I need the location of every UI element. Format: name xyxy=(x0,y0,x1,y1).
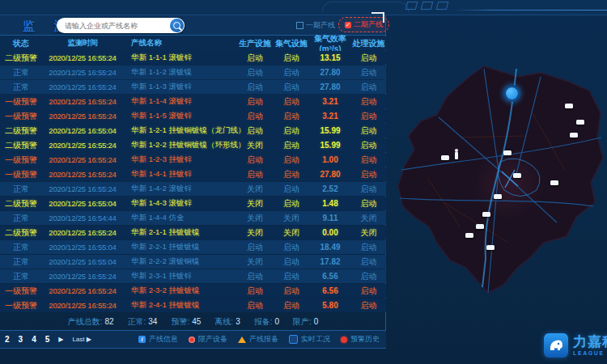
search-icon xyxy=(173,22,180,29)
map-site-pin[interactable] xyxy=(465,233,473,238)
treat-cell: 启动 xyxy=(351,256,386,268)
time-cell: 2020/12/25 16:54:44 xyxy=(42,214,123,222)
stat-label: 产线总数: xyxy=(68,317,103,326)
map-site-pin[interactable] xyxy=(441,155,449,160)
stat-item: 离线:3 xyxy=(214,316,240,328)
company-logo: 力嘉科技 LEAGUE TECH xyxy=(544,333,607,358)
table-row[interactable]: 一级预警2020/12/25 16:55:24华新 1-1-4 滚镀锌启动启动3… xyxy=(0,95,386,108)
table-row[interactable]: 二级预警2020/12/25 16:55:04华新 1-2-1 挂镀铜镀镍（龙门… xyxy=(0,124,386,138)
map-person-pin[interactable] xyxy=(455,152,458,159)
prod-cell: 启动 xyxy=(236,271,274,282)
gas-cell: 启动 xyxy=(274,300,309,311)
table-row[interactable]: 正常2020/12/25 16:55:04华新 2-2-2 滚镀铜镍关闭启动17… xyxy=(0,255,386,269)
table-row[interactable]: 一级预警2020/12/25 16:55:24华新 2-4-1 挂镀镀镍启动启动… xyxy=(0,298,386,312)
table-row[interactable]: 二级预警2020/12/25 16:55:24华新 2-1-1 挂镀镀镍关闭关闭… xyxy=(0,226,386,239)
legend-item[interactable]: 实时工况 xyxy=(289,334,330,345)
table-row[interactable]: 正常2020/12/25 16:54:44华新 1-4-4 仿金关闭关闭9.11… xyxy=(0,211,386,225)
table-row[interactable]: 一级预警2020/12/25 16:55:24华新 1-4-1 挂镀锌启动启动2… xyxy=(0,167,386,181)
eff-cell: 27.80 xyxy=(309,170,351,179)
legend-item[interactable]: 预警历史 xyxy=(341,334,380,345)
alarm-history-icon xyxy=(341,336,347,343)
legend-label: 实时工况 xyxy=(301,334,330,345)
logo-subtitle: LEAGUE TECH xyxy=(573,350,607,356)
map-site-pin[interactable] xyxy=(576,120,584,125)
gas-cell: 启动 xyxy=(274,198,309,210)
table-row[interactable]: 一级预警2020/12/25 16:55:24华新 2-3-2 挂镀镀镍启动启动… xyxy=(0,284,386,298)
prod-cell: 关闭 xyxy=(236,213,274,224)
page-button[interactable]: 3 xyxy=(19,335,23,344)
table-row[interactable]: 二级预警2020/12/25 16:55:24华新 1-1-1 滚镀锌启动启动1… xyxy=(0,51,386,65)
page-button[interactable]: 2 xyxy=(5,335,10,344)
stat-label: 预警: xyxy=(171,317,189,326)
map-site-pin[interactable] xyxy=(482,212,490,217)
table-row[interactable]: 正常2020/12/25 16:55:24华新 2-3-1 挂镀锌启动启动6.5… xyxy=(0,269,386,283)
search-input[interactable] xyxy=(63,19,168,33)
treat-cell: 启动 xyxy=(351,300,386,311)
map-site-pin[interactable] xyxy=(494,194,502,199)
stat-item: 报备:0 xyxy=(254,316,279,328)
status-cell: 正常 xyxy=(0,271,42,282)
gas-cell: 启动 xyxy=(274,96,309,108)
table-row[interactable]: 正常2020/12/25 16:55:24华新 1-4-2 滚镀锌关闭启动2.5… xyxy=(0,182,386,196)
district-map[interactable] xyxy=(387,40,607,332)
prod-cell: 启动 xyxy=(236,242,274,253)
map-legend: 产线信息限产设备产线报备实时工况预警历史 xyxy=(138,334,380,345)
column-header: 生产设施 xyxy=(236,38,274,49)
legend-item[interactable]: 限产设备 xyxy=(189,334,227,345)
gas-cell: 启动 xyxy=(274,140,309,151)
legend-item[interactable]: 产线信息 xyxy=(138,334,178,345)
map-site-pin[interactable] xyxy=(570,133,578,138)
realtime-status-icon xyxy=(289,335,298,344)
status-cell: 二级预警 xyxy=(0,53,42,64)
eff-cell: 13.15 xyxy=(309,53,351,62)
stat-label: 正常: xyxy=(128,317,146,326)
top-arc-decoration xyxy=(322,2,409,12)
stat-item: 限产:0 xyxy=(293,316,318,328)
checkbox-checked-icon xyxy=(345,22,351,28)
table-row[interactable]: 二级预警2020/12/25 16:55:04华新 1-4-3 滚镀锌关闭启动1… xyxy=(0,197,386,210)
search-button[interactable] xyxy=(170,19,184,32)
next-page-button[interactable]: ▶ xyxy=(58,336,63,343)
limit-device-icon xyxy=(189,336,195,343)
eff-cell: 15.99 xyxy=(309,141,351,150)
map-site-pin[interactable] xyxy=(550,180,558,185)
eff-cell: 2.52 xyxy=(309,184,351,193)
top-decoration-bar xyxy=(0,0,607,15)
column-header: 处理设施 xyxy=(351,38,386,49)
pagination: 2345▶Last ▶ xyxy=(5,335,91,344)
status-cell: 一级预警 xyxy=(0,96,42,108)
time-cell: 2020/12/25 16:55:24 xyxy=(42,97,123,106)
map-site-pin[interactable] xyxy=(476,224,484,229)
map-canvas xyxy=(387,40,607,332)
line-cell: 华新 2-2-1 挂镀镀镍 xyxy=(123,242,236,252)
time-cell: 2020/12/25 16:55:24 xyxy=(42,112,123,121)
status-cell: 二级预警 xyxy=(0,125,42,137)
map-device-marker[interactable] xyxy=(503,85,520,102)
legend-label: 限产设备 xyxy=(198,334,227,345)
eff-cell: 6.56 xyxy=(309,272,351,281)
table-row[interactable]: 二级预警2020/12/25 16:55:24华新 1-2-2 挂镀铜镀镍（环形… xyxy=(0,138,386,152)
prod-cell: 启动 xyxy=(236,111,274,122)
page-button[interactable]: 5 xyxy=(45,335,50,344)
map-site-pin[interactable] xyxy=(503,150,511,155)
map-site-pin[interactable] xyxy=(486,245,495,250)
line-cell: 华新 2-4-1 挂镀镀镍 xyxy=(123,300,236,311)
treat-cell: 启动 xyxy=(351,271,386,282)
eff-cell: 3.21 xyxy=(309,97,351,106)
table-row[interactable]: 一级预警2020/12/25 16:55:24华新 1-2-3 挂镀锌启动启动1… xyxy=(0,153,386,167)
gas-cell: 启动 xyxy=(274,256,309,268)
gas-cell: 启动 xyxy=(274,82,309,93)
treat-cell: 关闭 xyxy=(351,213,386,224)
stat-value: 3 xyxy=(236,317,240,326)
legend-item[interactable]: 产线报备 xyxy=(238,334,278,345)
page-button[interactable]: 4 xyxy=(32,335,36,344)
table-row[interactable]: 正常2020/12/25 16:55:24华新 1-1-2 滚镀镍启动启动27.… xyxy=(0,66,386,79)
table-row[interactable]: 正常2020/12/25 16:55:24华新 1-1-3 滚镀锌启动启动27.… xyxy=(0,80,386,94)
table-row[interactable]: 正常2020/12/25 16:55:04华新 2-2-1 挂镀镀镍启动启动18… xyxy=(0,240,386,254)
last-page-button[interactable]: Last ▶ xyxy=(72,336,91,343)
filter-phase1-checkbox[interactable]: 一期产线 xyxy=(296,20,335,31)
table-row[interactable]: 一级预警2020/12/25 16:55:24华新 1-1-5 滚镀锌启动启动3… xyxy=(0,109,386,123)
map-site-pin[interactable] xyxy=(565,104,573,108)
prod-cell: 启动 xyxy=(236,96,274,108)
map-site-pin[interactable] xyxy=(513,173,521,178)
